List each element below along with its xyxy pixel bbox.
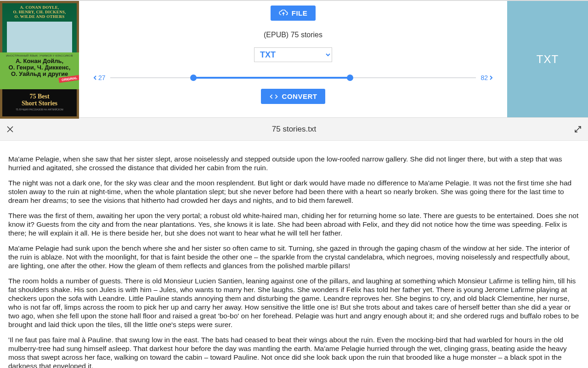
page-range-slider: 27 82	[88, 73, 498, 82]
result-bar: 75 stories.txt	[0, 118, 588, 141]
text-content: Ma'ame Pelagie, when she saw that her si…	[0, 141, 588, 368]
cover-subtitle: Иностранный язык: учимся у классиков	[4, 54, 75, 57]
paragraph: Ma'ame Pelagie had sunk upon the bench w…	[8, 244, 580, 270]
chevron-right-icon	[489, 75, 493, 80]
format-select[interactable]: TXT	[254, 47, 332, 62]
file-button-label: FILE	[292, 9, 308, 17]
book-cover: A. Conan Doyle,O. Henry, Ch. Dickens,O. …	[0, 1, 79, 119]
convert-button-label: CONVERT	[282, 92, 317, 100]
output-format-box: TXT	[507, 1, 588, 117]
slider-track[interactable]	[110, 73, 476, 82]
convert-button[interactable]: CONVERT	[261, 89, 326, 104]
control-panel: A. Conan Doyle,O. Henry, Ch. Dickens,O. …	[0, 0, 588, 118]
file-button[interactable]: FILE	[271, 6, 316, 21]
expand-button[interactable]	[572, 124, 583, 135]
result-filename: 75 stories.txt	[16, 125, 572, 134]
close-icon	[6, 126, 14, 133]
slider-right-value: 82	[481, 74, 488, 81]
cover-authors-ru: А. Конан Дойль, О. Генри, Ч. Диккенс, О.…	[4, 58, 75, 77]
code-icon	[269, 93, 278, 100]
expand-icon	[574, 125, 582, 133]
file-info-label: (EPUB) 75 stories	[264, 31, 322, 39]
controls-column: FILE (EPUB) 75 stories TXT 27 82	[79, 1, 507, 117]
slider-handle-right[interactable]	[347, 75, 353, 81]
slider-left-value: 27	[98, 74, 106, 81]
paragraph: 'Il ne faut pas faire mal à Pauline. tha…	[8, 335, 580, 368]
paragraph: The night was not a dark one, for the sk…	[8, 178, 580, 205]
cover-authors-en: A. Conan Doyle,O. Henry, Ch. Dickens,O. …	[2, 5, 77, 19]
slider-right-button[interactable]: 82	[481, 74, 493, 81]
cover-tagline: 75 лучших рассказов на английском	[2, 108, 77, 111]
paragraph: The room holds a number of guests. There…	[8, 276, 580, 329]
slider-left-button[interactable]: 27	[93, 74, 106, 81]
output-format-label: TXT	[537, 53, 559, 66]
cover-title: 75 BestShort Stories	[2, 89, 77, 107]
cloud-upload-icon	[279, 10, 288, 17]
chevron-left-icon	[93, 75, 97, 80]
paragraph: Ma'ame Pelagie, when she saw that her si…	[8, 155, 580, 172]
slider-handle-left[interactable]	[190, 75, 197, 81]
close-button[interactable]	[5, 124, 16, 135]
paragraph: There was the first of them, awaiting he…	[8, 211, 580, 237]
